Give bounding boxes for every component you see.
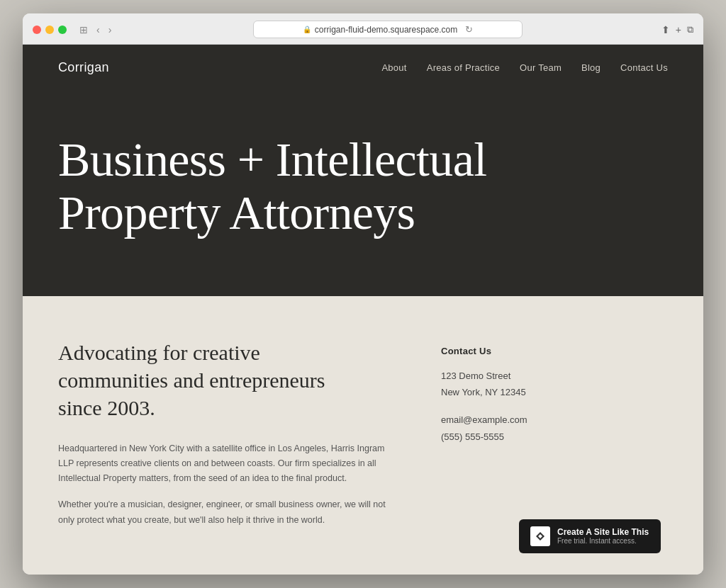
lock-icon: 🔒 (303, 26, 311, 33)
browser-window: ⊞ ‹ › 🔒 corrigan-fluid-demo.squarespace.… (23, 13, 703, 575)
squarespace-text: Create A Site Like This Free trial. Inst… (557, 527, 649, 545)
squarespace-cta: Create A Site Like This (557, 527, 649, 537)
forward-button[interactable]: › (106, 23, 115, 37)
tabs-icon[interactable]: ⧉ (687, 24, 693, 35)
hero-section: Business + Intellectual Property Attorne… (23, 91, 703, 296)
nav-blog[interactable]: Blog (581, 62, 601, 73)
close-button[interactable] (33, 26, 41, 34)
contact-info: email@example.com (555) 555-5555 (441, 412, 668, 445)
contact-section-title: Contact Us (441, 346, 668, 356)
minimize-button[interactable] (45, 26, 54, 34)
browser-actions: ⬆ + ⧉ (661, 24, 693, 35)
back-button[interactable]: ‹ (94, 23, 103, 37)
nav-about[interactable]: About (381, 62, 406, 73)
site-nav: About Areas of Practice Our Team Blog Co… (381, 62, 668, 73)
description-2: Whether you're a musician, designer, eng… (58, 497, 398, 528)
refresh-button[interactable]: ↻ (465, 24, 473, 35)
browser-chrome: ⊞ ‹ › 🔒 corrigan-fluid-demo.squarespace.… (23, 13, 703, 45)
site-content: Corrigan About Areas of Practice Our Tea… (23, 45, 703, 575)
traffic-lights (33, 26, 67, 34)
window-icon: ⊞ (77, 23, 91, 37)
nav-contact[interactable]: Contact Us (620, 62, 668, 73)
description-1: Headquartered in New York City with a sa… (58, 441, 398, 487)
nav-team[interactable]: Our Team (520, 62, 562, 73)
content-left: Advocating for creative communities and … (58, 339, 398, 539)
site-logo[interactable]: Corrigan (58, 60, 109, 75)
tagline: Advocating for creative communities and … (58, 339, 398, 422)
address-bar[interactable]: 🔒 corrigan-fluid-demo.squarespace.com ↻ (253, 21, 523, 38)
maximize-button[interactable] (58, 26, 67, 34)
browser-controls: ⊞ ‹ › (77, 23, 114, 37)
address-line-2: New York, NY 12345 (441, 384, 668, 400)
squarespace-logo-icon (530, 526, 550, 546)
squarespace-banner[interactable]: Create A Site Like This Free trial. Inst… (519, 519, 661, 553)
contact-email[interactable]: email@example.com (441, 412, 668, 428)
nav-areas[interactable]: Areas of Practice (427, 62, 500, 73)
content-right: Contact Us 123 Demo Street New York, NY … (441, 339, 668, 539)
url-text: corrigan-fluid-demo.squarespace.com (315, 25, 457, 35)
address-line-1: 123 Demo Street (441, 368, 668, 384)
contact-phone: (555) 555-5555 (441, 429, 668, 445)
squarespace-sub: Free trial. Instant access. (557, 537, 649, 545)
hero-title: Business + Intellectual Property Attorne… (58, 133, 554, 239)
site-header: Corrigan About Areas of Practice Our Tea… (23, 45, 703, 91)
new-tab-icon[interactable]: + (676, 24, 681, 35)
contact-address: 123 Demo Street New York, NY 12345 (441, 368, 668, 401)
share-icon[interactable]: ⬆ (661, 24, 670, 35)
content-section-wrapper: Advocating for creative communities and … (23, 296, 703, 575)
